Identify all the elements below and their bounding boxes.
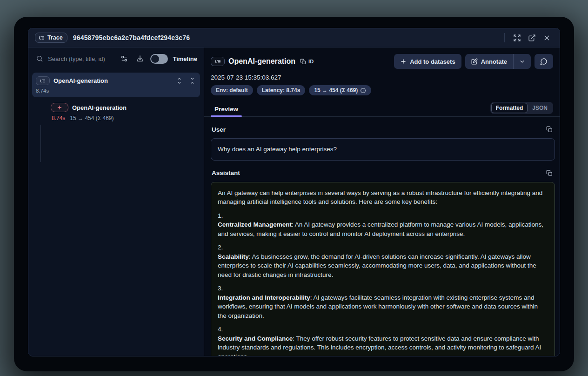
trace-peek-modal: Trace 96458795ebc6a2c7ba4fdcef294e3c76	[14, 17, 574, 371]
observation-timestamp: 2025-07-23 15:35:03.627	[204, 74, 560, 81]
io-preview: User Why does an AI gateway help enterpr…	[204, 117, 560, 356]
assistant-intro: An AI gateway can help enterprises in se…	[218, 188, 548, 207]
trace-id: 96458795ebc6a2c7ba4fdcef294e3c76	[73, 34, 190, 41]
tree-node-title: OpenAI-generation	[53, 77, 108, 84]
unfold-all-button[interactable]	[175, 77, 183, 85]
expand-icon	[513, 34, 521, 42]
trace-tree-sidebar: Timeline OpenAI-generation	[28, 47, 204, 356]
copy-icon	[546, 170, 553, 176]
comment-bubble-icon	[540, 58, 548, 65]
header-actions: Add to datasets Annotate	[394, 54, 553, 69]
open-in-new-button[interactable]	[525, 31, 538, 44]
copy-user-button[interactable]	[544, 124, 555, 134]
format-json-option[interactable]: JSON	[528, 103, 552, 113]
copy-icon	[546, 126, 553, 133]
assistant-section-label: Assistant	[211, 169, 240, 176]
tree-node-tokens: 15 → 454 (Σ 469)	[70, 115, 114, 121]
unfold-vertical-icon	[176, 77, 183, 84]
assistant-list-item: 4. Security and Compliance: They offer r…	[218, 325, 548, 356]
info-icon[interactable]	[360, 87, 366, 94]
assistant-list-item: 2. Scalability: As businesses grow, the …	[218, 243, 548, 279]
search-input[interactable]	[48, 55, 114, 62]
user-message-text: Why does an AI gateway help enterprises?	[218, 146, 337, 153]
trace-chip	[211, 57, 225, 66]
trace-topbar: Trace 96458795ebc6a2c7ba4fdcef294e3c76	[28, 28, 560, 47]
toggle-knob	[151, 55, 159, 63]
format-toggle: Formatted JSON	[490, 102, 553, 114]
download-icon	[136, 55, 144, 62]
chevron-down-icon	[519, 59, 525, 65]
copy-assistant-button[interactable]	[544, 168, 555, 178]
fold-vertical-icon	[189, 77, 196, 84]
trace-panel: Trace 96458795ebc6a2c7ba4fdcef294e3c76	[28, 28, 560, 356]
tab-bar: Preview Formatted JSON	[204, 101, 560, 117]
list-tree-icon	[40, 78, 46, 84]
trace-type-badge: Trace	[35, 33, 67, 43]
comments-button[interactable]	[535, 54, 553, 69]
trace-chip	[36, 76, 50, 85]
tree-node-title: OpenAI-generation	[72, 104, 127, 111]
close-button[interactable]	[540, 31, 553, 44]
user-message-box: Why does an AI gateway help enterprises?	[211, 138, 555, 161]
assistant-message-box: An AI gateway can help enterprises in se…	[211, 182, 555, 356]
divider	[504, 33, 505, 42]
env-badge: Env: default	[211, 85, 253, 95]
topbar-actions	[504, 31, 553, 44]
add-to-datasets-label: Add to datasets	[410, 58, 455, 65]
generation-sparkle-icon	[57, 105, 62, 110]
format-formatted-option[interactable]: Formatted	[491, 103, 528, 113]
page-title: OpenAI-generation	[228, 57, 295, 66]
metadata-badges: Env: default Latency: 8.74s 15 → 454 (Σ …	[204, 85, 560, 95]
id-label: ID	[308, 59, 314, 64]
tab-preview[interactable]: Preview	[211, 101, 242, 116]
annotate-split-button: Annotate	[465, 54, 531, 69]
token-usage-badge: 15 → 454 (Σ 469)	[309, 85, 371, 95]
edit-icon	[471, 58, 478, 65]
list-tree-icon	[39, 35, 45, 41]
user-section-label: User	[211, 126, 226, 133]
search-icon	[36, 55, 43, 62]
list-tree-icon	[215, 59, 221, 65]
view-settings-button[interactable]	[119, 52, 130, 65]
plus-icon	[400, 58, 407, 65]
page-background: { "topbar": { "trace_badge_label": "Trac…	[0, 0, 588, 376]
fold-all-button[interactable]	[188, 77, 196, 85]
add-to-datasets-button[interactable]: Add to datasets	[394, 54, 461, 69]
trace-badge-label: Trace	[47, 34, 63, 41]
generation-chip	[51, 103, 68, 112]
copy-id-button[interactable]: ID	[300, 59, 314, 65]
timeline-label: Timeline	[173, 55, 197, 62]
annotate-label: Annotate	[481, 58, 507, 65]
tree-guide-line	[40, 125, 41, 162]
tree-node-trace-root[interactable]: OpenAI-generation	[32, 73, 200, 97]
observation-tree: OpenAI-generation	[28, 70, 204, 121]
tree-search-row: Timeline	[28, 47, 204, 70]
sliders-icon	[120, 55, 128, 62]
copy-icon	[300, 59, 306, 65]
tree-node-generation[interactable]: OpenAI-generation 8.74s 15 → 454 (Σ 469)	[51, 103, 200, 121]
download-button[interactable]	[134, 52, 146, 65]
assistant-list-item: 3. Integration and Interoperability: AI …	[218, 284, 548, 320]
close-icon	[543, 34, 551, 42]
tree-node-latency: 8.74s	[36, 88, 196, 94]
annotate-dropdown-button[interactable]	[514, 54, 531, 69]
tree-node-latency: 8.74s	[52, 115, 65, 121]
observation-detail: OpenAI-generation ID Add to datasets	[204, 47, 560, 356]
timeline-toggle[interactable]	[150, 54, 168, 64]
expand-button[interactable]	[510, 31, 523, 44]
assistant-list-item: 1. Centralized Management: An AI gateway…	[218, 211, 548, 239]
annotate-button[interactable]: Annotate	[465, 54, 513, 69]
external-link-icon	[528, 34, 536, 42]
observation-header: OpenAI-generation ID Add to datasets	[204, 47, 560, 69]
latency-badge: Latency: 8.74s	[257, 85, 306, 95]
